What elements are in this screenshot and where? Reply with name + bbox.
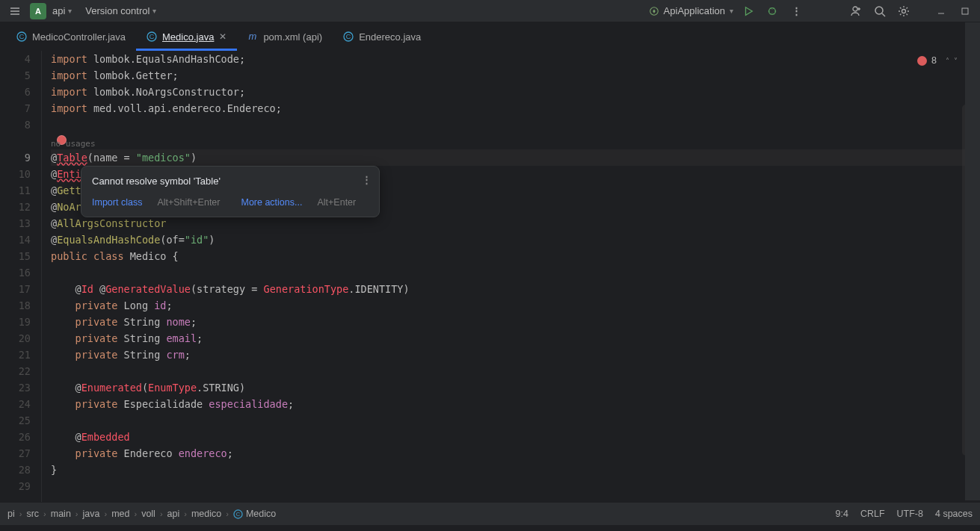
file-tab[interactable]: CEndereco.java (333, 22, 431, 51)
file-encoding[interactable]: UTF-8 (897, 509, 923, 519)
svg-point-4 (902, 9, 906, 13)
statusbar: pi›src›main›java›med›voll›api›medico›CMe… (0, 502, 980, 525)
settings-icon[interactable] (895, 2, 913, 20)
svg-text:C: C (236, 511, 241, 518)
main-toolbar: A api▾ Version control▾ ApiApplication▾ … (0, 0, 980, 22)
editor: 4567891011121314151617181920212223242526… (0, 51, 980, 502)
intention-popup: ⋮ Cannot resolve symbol 'Table' Import c… (81, 166, 380, 217)
file-tab[interactable]: mpom.xml (api) (237, 22, 333, 51)
error-icon (917, 56, 927, 66)
shortcut-hint: Alt+Enter (317, 197, 356, 208)
minimize-icon[interactable] (932, 2, 950, 20)
project-selector[interactable]: api▾ (52, 5, 72, 16)
import-class-link[interactable]: Import class (92, 197, 142, 208)
svg-text:m: m (249, 31, 257, 42)
vcs-selector[interactable]: Version control▾ (85, 5, 156, 16)
line-separator[interactable]: CRLF (860, 509, 885, 519)
file-tab[interactable]: CMedico.java✕ (136, 22, 237, 51)
caret-position[interactable]: 9:4 (836, 509, 848, 519)
close-icon[interactable]: ✕ (219, 31, 226, 42)
svg-point-1 (769, 7, 776, 14)
svg-point-2 (853, 7, 857, 11)
indent-settings[interactable]: 4 spaces (935, 509, 973, 519)
chevron-down-icon[interactable]: ˅ (954, 57, 958, 65)
svg-point-3 (875, 7, 883, 14)
svg-text:C: C (346, 33, 351, 40)
maximize-icon[interactable] (956, 2, 974, 20)
search-icon[interactable] (871, 2, 889, 20)
more-icon[interactable]: ⋮ (787, 2, 805, 20)
debug-icon[interactable] (763, 2, 781, 20)
run-config-selector[interactable]: ApiApplication▾ (649, 5, 733, 16)
popup-more-icon[interactable]: ⋮ (362, 174, 372, 185)
file-tab[interactable]: CMedicoController.java (6, 22, 136, 51)
code-area[interactable]: import lombok.EqualsAndHashCode;import l… (42, 51, 980, 502)
project-badge[interactable]: A (30, 3, 46, 19)
gutter[interactable]: 4567891011121314151617181920212223242526… (0, 51, 42, 502)
chevron-up-icon[interactable]: ˄ (946, 57, 949, 65)
editor-tabs: CMedicoController.javaCMedico.java✕mpom.… (0, 22, 980, 51)
error-count: 8 (931, 55, 937, 66)
run-icon[interactable] (739, 2, 757, 20)
hamburger-icon[interactable] (6, 2, 24, 20)
inspection-widget[interactable]: 8 ˄ ˅ (917, 55, 958, 66)
error-message: Cannot resolve symbol 'Table' (92, 176, 369, 187)
svg-rect-5 (962, 8, 968, 14)
breadcrumb[interactable]: pi›src›main›java›med›voll›api›medico›CMe… (7, 509, 276, 519)
add-user-icon[interactable] (847, 2, 865, 20)
shortcut-hint: Alt+Shift+Enter (157, 197, 220, 208)
svg-text:C: C (150, 33, 155, 40)
right-tool-strip[interactable] (965, 22, 980, 500)
svg-text:C: C (19, 33, 25, 40)
more-actions-link[interactable]: More actions... (241, 197, 302, 208)
